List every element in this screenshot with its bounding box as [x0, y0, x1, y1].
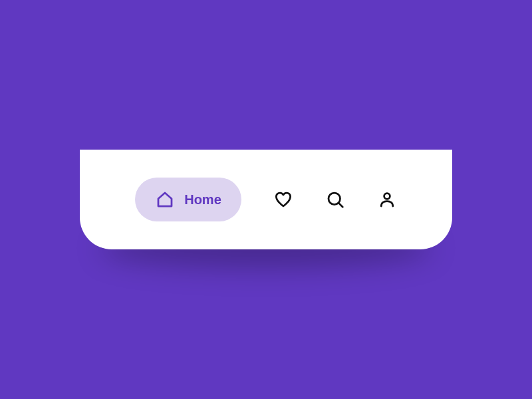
bottom-nav: Home	[80, 150, 452, 249]
nav-item-label: Home	[184, 192, 221, 207]
heart-icon	[273, 190, 293, 209]
home-icon	[155, 190, 175, 209]
nav-item-home[interactable]: Home	[135, 178, 241, 221]
bottom-nav-container: Home	[80, 150, 452, 249]
svg-line-1	[338, 203, 342, 207]
user-icon	[377, 190, 397, 209]
nav-item-search[interactable]	[325, 190, 345, 209]
nav-item-profile[interactable]	[377, 190, 397, 209]
nav-item-favorites[interactable]	[273, 190, 293, 209]
search-icon	[325, 190, 345, 209]
svg-point-2	[384, 194, 390, 200]
